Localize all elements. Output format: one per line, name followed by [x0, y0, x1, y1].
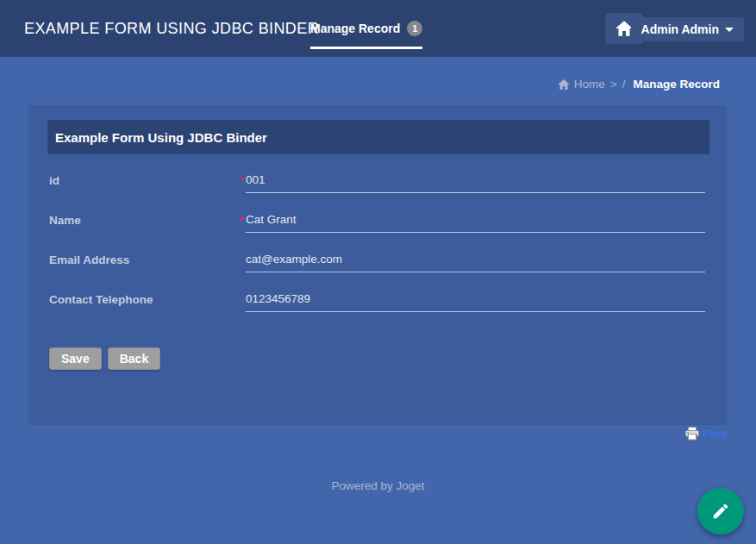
field-value-cell [239, 290, 705, 312]
form-title: Example Form Using JDBC Binder [47, 120, 709, 154]
field-value-cell: * [239, 171, 705, 193]
form-field-row: Email Address [49, 250, 705, 272]
nav-tab-manage-record[interactable]: Manage Record 1 [310, 21, 422, 49]
breadcrumb-home-label: Home [574, 78, 605, 91]
form-field-row: Contact Telephone [49, 290, 705, 312]
chevron-down-icon [725, 28, 734, 32]
home-icon-small [558, 79, 570, 90]
form-field-row: Name * [49, 210, 705, 233]
field-value-cell: * [239, 210, 705, 233]
breadcrumb-current: Manage Record [633, 78, 720, 91]
required-asterisk: * [239, 174, 243, 187]
user-menu-label: Admin Admin [641, 22, 719, 36]
app-navbar: EXAMPLE FORM USING JDBC BINDER Manage Re… [0, 0, 756, 57]
field-label: id [49, 171, 239, 193]
user-menu-button[interactable]: Admin Admin [631, 17, 744, 41]
back-button[interactable]: Back [108, 347, 160, 370]
required-asterisk: * [239, 214, 243, 227]
breadcrumb-separator: > [610, 78, 617, 91]
form-fields: id * Name * Email Address [49, 171, 705, 329]
form-field-row: id * [49, 171, 705, 193]
printer-icon [685, 427, 699, 441]
pencil-icon [711, 502, 730, 521]
form-buttons: Save Back [49, 347, 160, 370]
breadcrumb-home-link[interactable]: Home [558, 78, 605, 91]
edit-fab-button[interactable] [697, 488, 744, 535]
id-input[interactable] [246, 171, 705, 193]
field-label: Contact Telephone [49, 290, 239, 312]
field-value-cell [239, 250, 705, 272]
breadcrumb: Home > / Manage Record [558, 78, 720, 91]
form-panel: Example Form Using JDBC Binder id * Name… [28, 105, 727, 425]
breadcrumb-separator: / [622, 78, 626, 91]
app-screen: EXAMPLE FORM USING JDBC BINDER Manage Re… [0, 0, 756, 544]
email-input[interactable] [246, 250, 705, 272]
print-link[interactable]: Print [685, 427, 727, 441]
record-count-badge: 1 [407, 21, 422, 36]
field-label: Name [49, 210, 239, 233]
print-label: Print [703, 428, 727, 441]
powered-by-text: Powered by Joget [0, 479, 756, 492]
field-label: Email Address [49, 250, 239, 272]
nav-tab-label: Manage Record [310, 22, 400, 35]
save-button[interactable]: Save [49, 347, 102, 370]
phone-input[interactable] [246, 290, 705, 312]
app-title: EXAMPLE FORM USING JDBC BINDER [24, 0, 319, 57]
name-input[interactable] [246, 210, 705, 233]
